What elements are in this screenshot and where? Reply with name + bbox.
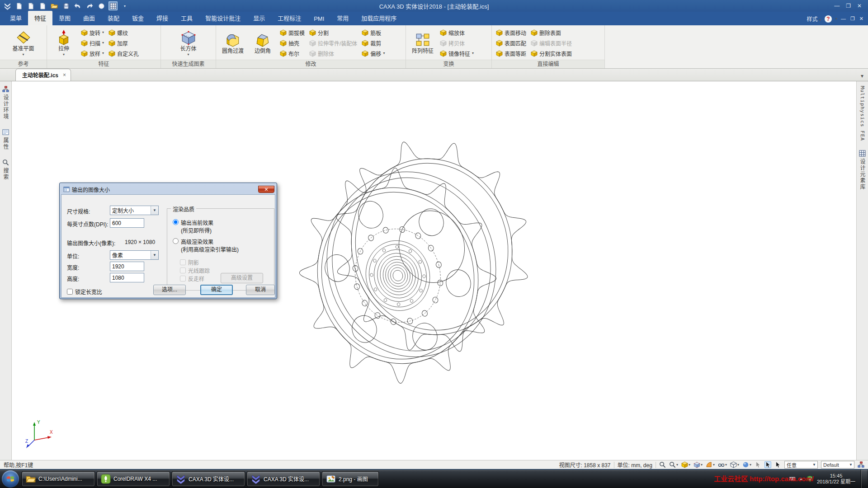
- render-mode-icon[interactable]: ▾: [742, 461, 751, 468]
- select-cursor-icon[interactable]: [764, 461, 771, 468]
- sweep-button[interactable]: 扫描▾: [80, 39, 105, 47]
- style-dropdown[interactable]: 样式 ▾: [807, 15, 821, 23]
- delete-face-button[interactable]: 删除表面: [529, 28, 573, 37]
- thicken-button[interactable]: 加厚: [107, 39, 140, 47]
- menu-tab-smart-annotation[interactable]: 智能设计批注: [199, 11, 247, 25]
- face-offset-button[interactable]: 表面等距: [495, 49, 528, 58]
- browse-doc-icon[interactable]: [38, 1, 47, 10]
- rail-tab-multiphysics[interactable]: Multiphysics FEA: [857, 81, 868, 145]
- selection-filter-combo[interactable]: 任意▼: [784, 461, 818, 469]
- taskbar-button-caxa-1[interactable]: CAXA 3D 实体设...: [172, 471, 245, 487]
- render-icon[interactable]: [97, 1, 106, 10]
- document-tab[interactable]: 主动轮装配.ics ×: [15, 69, 71, 81]
- size-spec-combo[interactable]: 定制大小▼: [110, 206, 159, 215]
- help-dropdown-icon[interactable]: ▾: [835, 17, 837, 21]
- shell-button[interactable]: 抽壳: [278, 39, 306, 47]
- boolean-button[interactable]: 布尔: [278, 49, 306, 58]
- menu-tab-sketch[interactable]: 草图: [52, 11, 77, 25]
- save-icon[interactable]: [61, 1, 71, 10]
- insert-primitive-icon[interactable]: ▾: [681, 461, 690, 468]
- doc-restore-button[interactable]: ❐: [850, 16, 855, 22]
- face-match-button[interactable]: 表面匹配: [495, 39, 528, 47]
- fillet-button[interactable]: 圆角过渡: [219, 31, 247, 55]
- rail-tab-search[interactable]: 搜索: [0, 155, 11, 185]
- split-button[interactable]: 分割: [308, 28, 359, 37]
- taskbar-button-caxa-2[interactable]: CAXA 3D 实体设...: [247, 471, 320, 487]
- menu-tab-tools[interactable]: 工具: [175, 11, 199, 25]
- ok-button[interactable]: 确定: [200, 285, 233, 295]
- restore-button[interactable]: ❐: [846, 3, 851, 9]
- extrude-button[interactable]: 拉伸▾: [50, 29, 78, 57]
- tray-expand-icon[interactable]: ▲: [799, 477, 803, 481]
- scale-body-button[interactable]: 缩放体: [439, 28, 475, 37]
- taskbar-clock[interactable]: 15:45 2018/1/22 星期一: [817, 473, 857, 485]
- menu-tab-pmi[interactable]: PMI: [307, 13, 330, 25]
- dpi-input[interactable]: [110, 218, 144, 228]
- menu-tab-sheetmetal[interactable]: 钣金: [126, 11, 150, 25]
- material-icon[interactable]: [108, 1, 118, 10]
- dialog-close-button[interactable]: ✕: [258, 186, 274, 193]
- close-button[interactable]: ✕: [857, 3, 862, 9]
- revolve-button[interactable]: 旋转▾: [80, 28, 105, 37]
- menu-tab-menu[interactable]: 菜单: [4, 11, 28, 25]
- start-button[interactable]: [2, 470, 19, 488]
- current-effect-radio[interactable]: 输出当前效果 (所见即所得): [173, 219, 213, 234]
- menu-tab-surface[interactable]: 曲面: [77, 11, 101, 25]
- help-icon[interactable]: ?: [825, 15, 832, 23]
- advanced-effect-radio[interactable]: 高级渲染效果 (利用高级渲染引擎输出): [173, 238, 239, 253]
- security-tray-icon[interactable]: [807, 475, 813, 482]
- menu-tab-assembly[interactable]: 装配: [101, 11, 126, 25]
- menu-tab-common[interactable]: 常用: [330, 11, 355, 25]
- rail-tab-properties[interactable]: 属性: [0, 124, 11, 155]
- unit-combo[interactable]: 像素▼: [110, 250, 159, 260]
- doc-minimize-button[interactable]: —: [841, 16, 846, 22]
- options-button[interactable]: 选项...: [153, 285, 186, 295]
- menu-tab-addins[interactable]: 加载应用程序: [355, 11, 403, 25]
- minimize-button[interactable]: —: [834, 3, 840, 9]
- thread-button[interactable]: 螺纹: [107, 28, 140, 37]
- height-input[interactable]: [110, 273, 144, 282]
- box-button[interactable]: 长方体▾: [175, 29, 203, 57]
- walk-view-icon[interactable]: ▾: [706, 461, 715, 468]
- taskbar-button-paint[interactable]: 2.png - 画图: [322, 471, 379, 487]
- taskbar-button-coreldraw[interactable]: CorelDRAW X4 ...: [97, 471, 170, 487]
- quick-access-more-icon[interactable]: ▾: [120, 1, 129, 10]
- keyboard-icon[interactable]: [789, 475, 796, 482]
- zoom-icon[interactable]: ▾: [669, 461, 678, 468]
- hierarchy-icon[interactable]: [858, 461, 864, 468]
- zoom-fit-icon[interactable]: [659, 461, 666, 468]
- custom-hole-button[interactable]: 自定义孔: [107, 49, 140, 58]
- style-combo[interactable]: Default▼: [821, 461, 854, 469]
- new-doc-icon[interactable]: [14, 1, 24, 10]
- face-move-button[interactable]: 表面移动: [495, 28, 528, 37]
- taskbar-button-explorer[interactable]: C:\Users\Admini...: [22, 471, 95, 487]
- perspective-icon[interactable]: ▾: [718, 461, 727, 468]
- chamfer-button[interactable]: 边倒角: [249, 31, 277, 55]
- dialog-title-bar[interactable]: 输出的图像大小 ✕: [61, 184, 275, 194]
- doc-close-button[interactable]: ✕: [859, 16, 863, 22]
- rail-tab-design-environment[interactable]: 设计环境: [0, 81, 11, 124]
- trim-button[interactable]: 裁剪: [360, 39, 386, 47]
- menu-tab-feature[interactable]: 特征: [28, 11, 52, 25]
- open-folder-icon[interactable]: [50, 1, 59, 10]
- mirror-feature-button[interactable]: 镜像特征▾: [439, 49, 475, 58]
- width-input[interactable]: [110, 262, 144, 271]
- pick-cursor-icon[interactable]: [774, 461, 781, 468]
- menu-tab-engineering-annotation[interactable]: 工程标注: [271, 11, 307, 25]
- menu-tab-weld[interactable]: 焊接: [150, 11, 175, 25]
- lock-aspect-checkbox[interactable]: 锁定长宽比: [67, 288, 102, 296]
- menu-tab-display[interactable]: 显示: [247, 11, 271, 25]
- undo-icon[interactable]: [73, 1, 82, 10]
- rib-button[interactable]: 筋板: [360, 28, 386, 37]
- app-logo-icon[interactable]: [3, 1, 12, 10]
- loft-button[interactable]: 放样▾: [80, 49, 105, 58]
- tab-overflow-icon[interactable]: ▾: [856, 73, 868, 81]
- split-face-button[interactable]: 分割实体表面: [529, 49, 573, 58]
- tab-close-icon[interactable]: ×: [63, 72, 66, 78]
- show-desktop-button[interactable]: [861, 469, 867, 488]
- view-orientation-icon[interactable]: ▾: [693, 461, 703, 468]
- open-example-icon[interactable]: [26, 1, 35, 10]
- redo-icon[interactable]: [85, 1, 94, 10]
- cancel-button[interactable]: 取消: [246, 285, 275, 295]
- draft-face-button[interactable]: 面拔模: [278, 28, 306, 37]
